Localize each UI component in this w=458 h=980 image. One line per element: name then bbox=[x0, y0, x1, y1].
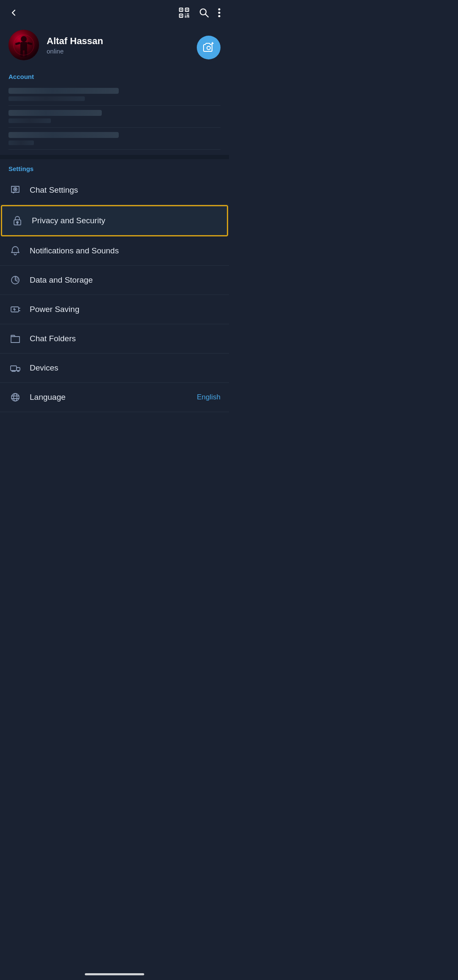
devices-icon bbox=[8, 361, 22, 375]
search-button[interactable] bbox=[198, 7, 209, 18]
chat-settings-icon bbox=[8, 183, 22, 197]
chat-settings-label: Chat Settings bbox=[30, 185, 221, 195]
profile-section: Altaf Hassan online bbox=[0, 23, 229, 60]
account-section: Account bbox=[0, 69, 229, 155]
svg-rect-4 bbox=[187, 9, 188, 11]
data-storage-label: Data and Storage bbox=[30, 275, 221, 285]
phone-field[interactable] bbox=[8, 84, 221, 106]
svg-rect-3 bbox=[181, 9, 182, 11]
account-section-label: Account bbox=[8, 69, 221, 84]
svg-point-25 bbox=[207, 46, 210, 50]
username-label-blurred bbox=[8, 118, 51, 123]
svg-point-16 bbox=[218, 15, 221, 17]
menu-item-notifications[interactable]: Notifications and Sounds bbox=[0, 236, 229, 266]
svg-point-18 bbox=[21, 36, 27, 42]
svg-rect-38 bbox=[17, 368, 20, 371]
language-value: English bbox=[197, 393, 221, 402]
privacy-security-icon bbox=[11, 214, 24, 227]
username-value-blurred bbox=[8, 110, 102, 116]
back-button[interactable] bbox=[8, 8, 19, 18]
notifications-label: Notifications and Sounds bbox=[30, 246, 221, 256]
devices-label: Devices bbox=[30, 363, 221, 373]
profile-status: online bbox=[47, 48, 221, 55]
svg-rect-22 bbox=[20, 50, 23, 57]
notifications-icon bbox=[8, 244, 22, 258]
camera-fab-button[interactable] bbox=[197, 36, 221, 59]
settings-section: Settings Chat Settings Privacy and Secur… bbox=[0, 159, 229, 412]
language-icon bbox=[8, 390, 22, 404]
bio-label-blurred bbox=[8, 140, 34, 145]
profile-name: Altaf Hassan bbox=[47, 36, 221, 47]
phone-value-blurred bbox=[8, 88, 119, 94]
svg-rect-37 bbox=[11, 366, 17, 371]
svg-rect-19 bbox=[20, 42, 27, 51]
menu-item-chat-settings[interactable]: Chat Settings bbox=[0, 176, 229, 205]
svg-point-29 bbox=[15, 189, 16, 190]
privacy-security-label: Privacy and Security bbox=[32, 216, 218, 225]
svg-point-42 bbox=[14, 393, 17, 401]
power-saving-label: Power Saving bbox=[30, 305, 221, 314]
bio-value-blurred bbox=[8, 132, 119, 138]
power-saving-icon bbox=[8, 303, 22, 316]
top-bar bbox=[0, 0, 229, 23]
profile-info: Altaf Hassan online bbox=[47, 36, 221, 55]
language-label: Language bbox=[30, 393, 197, 402]
bio-field[interactable] bbox=[8, 128, 221, 150]
menu-item-power-saving[interactable]: Power Saving bbox=[0, 295, 229, 324]
chat-folders-label: Chat Folders bbox=[30, 334, 221, 343]
more-options-button[interactable] bbox=[218, 8, 221, 18]
section-divider bbox=[0, 155, 229, 159]
svg-rect-23 bbox=[25, 50, 27, 57]
chat-folders-icon bbox=[8, 332, 22, 345]
qr-code-button[interactable] bbox=[178, 7, 190, 19]
settings-section-label: Settings bbox=[0, 159, 229, 176]
menu-item-data-storage[interactable]: Data and Storage bbox=[0, 266, 229, 295]
svg-line-13 bbox=[206, 14, 209, 17]
avatar bbox=[8, 30, 39, 60]
menu-item-language[interactable]: Language English bbox=[0, 383, 229, 412]
data-storage-icon bbox=[8, 273, 22, 287]
username-field[interactable] bbox=[8, 106, 221, 128]
svg-point-41 bbox=[11, 393, 19, 401]
phone-label-blurred bbox=[8, 96, 85, 101]
svg-rect-5 bbox=[181, 15, 182, 17]
svg-point-15 bbox=[218, 12, 221, 14]
menu-item-chat-folders[interactable]: Chat Folders bbox=[0, 324, 229, 354]
menu-item-devices[interactable]: Devices bbox=[0, 354, 229, 383]
menu-item-privacy-security[interactable]: Privacy and Security bbox=[1, 205, 228, 236]
svg-point-14 bbox=[218, 8, 221, 11]
